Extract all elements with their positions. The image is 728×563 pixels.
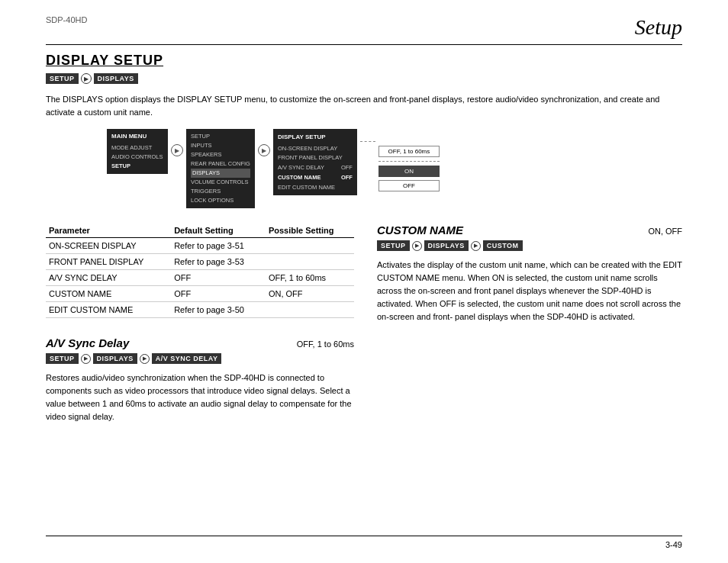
av-sync-body: Restores audio/video synchronization whe… [46, 372, 354, 423]
custom-name-section: CUSTOM NAME ON, OFF SETUP ▶ DISPLAYS ▶ C… [377, 224, 682, 323]
option-off-60ms: OFF, 1 to 60ms [378, 146, 440, 157]
av-sync-section: A/V Sync Delay OFF, 1 to 60ms SETUP ▶ DI… [46, 336, 354, 423]
custom-name-default: ON, OFF [648, 227, 682, 236]
page-number: 3-49 [665, 540, 682, 549]
custom-name-heading: CUSTOM NAME [377, 224, 463, 236]
table-row: A/V SYNC DELAY OFF OFF, 1 to 60ms [46, 270, 354, 286]
av-sync-breadcrumb: SETUP ▶ DISPLAYS ▶ A/V SYNC DELAY [46, 353, 354, 364]
arrow-2: ▶ [258, 144, 270, 156]
breadcrumb-displays: DISPLAYS [94, 73, 138, 84]
av-sync-heading: A/V Sync Delay [46, 336, 129, 349]
footer: 3-49 [46, 536, 682, 549]
param-table: Parameter Default Setting Possible Setti… [46, 224, 354, 318]
breadcrumb-setup: SETUP [46, 73, 79, 84]
option-on: ON [378, 166, 440, 177]
display-setup-box: DISPLAY SETUP ON-SCREEN DISPLAY FRONT PA… [273, 129, 357, 195]
main-content: Parameter Default Setting Possible Setti… [46, 224, 682, 437]
col-parameter: Parameter [46, 224, 171, 238]
right-column: CUSTOM NAME ON, OFF SETUP ▶ DISPLAYS ▶ C… [377, 224, 682, 437]
breadcrumb: SETUP ▶ DISPLAYS [46, 73, 682, 84]
table-row: FRONT PANEL DISPLAY Refer to page 3-53 [46, 254, 354, 270]
side-options: OFF, 1 to 60ms ON OFF [360, 135, 440, 191]
header: SDP-40HD Setup [46, 15, 682, 45]
header-model: SDP-40HD [46, 15, 87, 24]
main-menu-box: MAIN MENU MODE ADJUST AUDIO CONTROLS SET… [107, 129, 168, 174]
breadcrumb-arrow-1: ▶ [81, 73, 92, 84]
option-off: OFF [378, 180, 440, 191]
setup-menu-box: SETUP INPUTS SPEAKERS REAR PANEL CONFIG … [186, 129, 255, 208]
table-row: ON-SCREEN DISPLAY Refer to page 3-51 [46, 238, 354, 254]
custom-name-breadcrumb: SETUP ▶ DISPLAYS ▶ CUSTOM [377, 240, 682, 251]
header-title: Setup [635, 15, 682, 40]
arrow-1: ▶ [171, 144, 183, 156]
menu-diagram: MAIN MENU MODE ADJUST AUDIO CONTROLS SET… [107, 129, 682, 208]
custom-name-body: Activates the display of the custom unit… [377, 259, 682, 323]
av-sync-default: OFF, 1 to 60ms [297, 339, 354, 349]
col-possible: Possible Setting [266, 224, 354, 238]
page-title: DISPLAY SETUP [46, 53, 682, 69]
col-default: Default Setting [171, 224, 266, 238]
intro-text: The DISPLAYS option displays the DISPLAY… [46, 93, 672, 118]
table-row: CUSTOM NAME OFF ON, OFF [46, 286, 354, 302]
left-column: Parameter Default Setting Possible Setti… [46, 224, 354, 437]
table-row: EDIT CUSTOM NAME Refer to page 3-50 [46, 302, 354, 318]
page-container: SDP-40HD Setup DISPLAY SETUP SETUP ▶ DIS… [0, 0, 728, 563]
